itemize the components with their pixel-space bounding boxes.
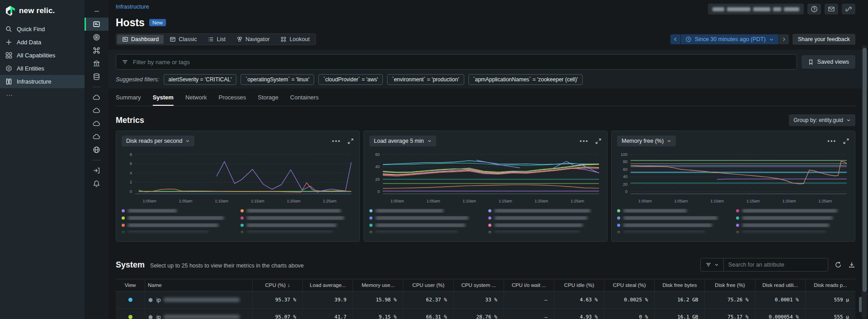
legend-item[interactable]	[122, 209, 235, 213]
time-forward-button[interactable]	[779, 34, 789, 44]
legend-item[interactable]	[241, 216, 354, 220]
column-header[interactable]: Disk read utili...	[755, 279, 805, 291]
rail-item-bank[interactable]	[85, 57, 108, 70]
sidebar-item-infrastructure[interactable]: Infrastructure	[0, 75, 85, 88]
table-row[interactable]: ip95.07 %41.79.15 %66.31 %28.76 %–4.93 %…	[116, 309, 855, 319]
page-scrollbar[interactable]	[862, 45, 867, 319]
section-tab-processes[interactable]: Processes	[219, 94, 246, 106]
table-row[interactable]: ip95.37 %39.915.98 %62.37 %33 %–4.63 %0.…	[116, 291, 855, 309]
sidebar-item-quick-find[interactable]: Quick Find	[0, 23, 85, 36]
legend-item[interactable]	[122, 230, 235, 235]
chart-plot[interactable]: 864201:00am1:05am1:10am1:15am1:20am1:25a…	[122, 148, 354, 206]
legend-item[interactable]	[122, 216, 235, 220]
chart-metric-dropdown[interactable]: Load average 5 min	[369, 136, 436, 146]
legend-item[interactable]	[241, 223, 354, 227]
section-tab-summary[interactable]: Summary	[116, 94, 141, 106]
suggested-filter-pill[interactable]: alertSeverity = 'CRITICAL'	[164, 74, 237, 85]
legend-item[interactable]	[488, 216, 602, 220]
suggested-filter-pill[interactable]: `apmApplicationNames` = 'zookeeper (cell…	[468, 74, 583, 85]
legend-item[interactable]	[369, 209, 483, 213]
sidebar-item-all-capabilities[interactable]: All Capabilities	[0, 49, 85, 62]
sidebar-item-all-entities[interactable]: All Entities	[0, 62, 85, 75]
new-relic-logo[interactable]: new relic.	[0, 4, 85, 23]
legend-item[interactable]	[488, 209, 602, 213]
column-header[interactable]: View	[116, 279, 145, 291]
suggested-filter-pill[interactable]: `operatingSystem` = 'linux'	[241, 74, 314, 85]
rail-item-sign-in[interactable]	[85, 164, 108, 177]
legend-item[interactable]	[736, 216, 849, 220]
rail-item-cloud-2[interactable]	[85, 104, 108, 117]
legend-item[interactable]	[241, 230, 354, 235]
download-icon[interactable]	[848, 261, 855, 268]
attribute-search-input[interactable]	[724, 262, 828, 268]
section-tab-system[interactable]: System	[153, 94, 174, 106]
section-tab-storage[interactable]: Storage	[258, 94, 278, 106]
attribute-filter-button[interactable]	[701, 258, 724, 271]
inbox-button[interactable]	[825, 4, 838, 14]
legend-item[interactable]	[617, 209, 731, 213]
view-cell[interactable]	[116, 309, 145, 319]
filter-input[interactable]	[133, 59, 791, 66]
column-header[interactable]: CPU steal (%)	[604, 279, 654, 291]
chart-options-menu[interactable]: •••	[332, 138, 341, 145]
legend-item[interactable]	[736, 209, 849, 213]
section-tab-containers[interactable]: Containers	[290, 94, 319, 106]
column-header[interactable]: Disk reads p...	[805, 279, 855, 291]
chart-options-menu[interactable]: •••	[580, 138, 589, 145]
tab-navigator[interactable]: Navigator	[231, 35, 275, 44]
column-header[interactable]: CPU user (%)	[403, 279, 453, 291]
column-header[interactable]: CPU idle (%)	[554, 279, 604, 291]
legend-item[interactable]	[617, 216, 731, 220]
chart-plot[interactable]: 60402001:00am1:05am1:10am1:15am1:20am1:2…	[369, 148, 602, 206]
view-cell[interactable]	[116, 291, 145, 308]
legend-item[interactable]	[617, 223, 731, 227]
legend-item[interactable]	[369, 223, 483, 227]
legend-item[interactable]	[369, 230, 483, 235]
rail-item-cloud-4[interactable]	[85, 130, 108, 143]
rail-item-globe[interactable]	[85, 143, 108, 156]
legend-item[interactable]	[369, 216, 483, 220]
tab-list[interactable]: List	[203, 35, 230, 44]
rail-item-command[interactable]	[85, 44, 108, 57]
refresh-icon[interactable]	[835, 261, 842, 268]
column-header[interactable]: CPU i/o wait ...	[504, 279, 554, 291]
column-header[interactable]: Memory use...	[353, 279, 403, 291]
suggested-filter-pill[interactable]: `environment` = 'production'	[387, 74, 464, 85]
host-name-cell[interactable]: ip	[145, 291, 252, 308]
legend-item[interactable]	[488, 230, 602, 235]
breadcrumb[interactable]: Infrastructure	[116, 4, 149, 10]
column-header[interactable]: CPU system ...	[453, 279, 504, 291]
legend-item[interactable]	[122, 223, 235, 227]
filter-bar[interactable]	[116, 54, 797, 70]
suggested-filter-pill[interactable]: `cloudProvider` = 'aws'	[318, 74, 383, 85]
sidebar-item-add-data[interactable]: Add Data	[0, 36, 85, 49]
expand-icon[interactable]	[595, 138, 602, 145]
page-scrollbar-thumb[interactable]	[863, 48, 867, 292]
rail-item-cloud-3[interactable]	[85, 117, 108, 130]
rail-item-target[interactable]	[85, 31, 108, 44]
legend-item[interactable]	[241, 209, 354, 213]
rail-item-cloud-1[interactable]	[85, 91, 108, 104]
host-name-cell[interactable]: ip	[145, 309, 252, 319]
rail-item-notifications[interactable]	[85, 177, 108, 190]
legend-item[interactable]	[736, 230, 849, 235]
expand-icon[interactable]	[347, 138, 354, 145]
chart-plot[interactable]: 1008060402001:00am1:05am1:10am1:15am1:20…	[617, 148, 849, 206]
share-feedback-button[interactable]: Share your feedback	[793, 34, 855, 45]
column-header[interactable]: Disk free bytes	[654, 279, 704, 291]
help-button[interactable]	[807, 4, 821, 14]
chart-options-menu[interactable]: •••	[827, 138, 836, 145]
sidebar-more-button[interactable]: ...	[0, 88, 85, 99]
saved-views-button[interactable]: Saved views	[802, 55, 855, 69]
expand-icon[interactable]	[843, 138, 849, 145]
chart-metric-dropdown[interactable]: Disk reads per second	[122, 136, 194, 146]
chart-metric-dropdown[interactable]: Memory free (%)	[617, 136, 676, 146]
tab-dashboard[interactable]: Dashboard	[117, 35, 164, 44]
time-range-button[interactable]: Since 30 minutes ago (PDT)	[681, 34, 778, 44]
rail-item-database[interactable]	[85, 70, 108, 83]
rail-item-hosts-dashboard[interactable]	[85, 18, 108, 31]
column-header[interactable]: CPU (%)↓	[252, 279, 302, 291]
tab-lookout[interactable]: Lookout	[275, 35, 314, 44]
collapse-rail-button[interactable]	[85, 5, 108, 18]
group-by-button[interactable]: Group by: entity.guid	[789, 114, 855, 126]
